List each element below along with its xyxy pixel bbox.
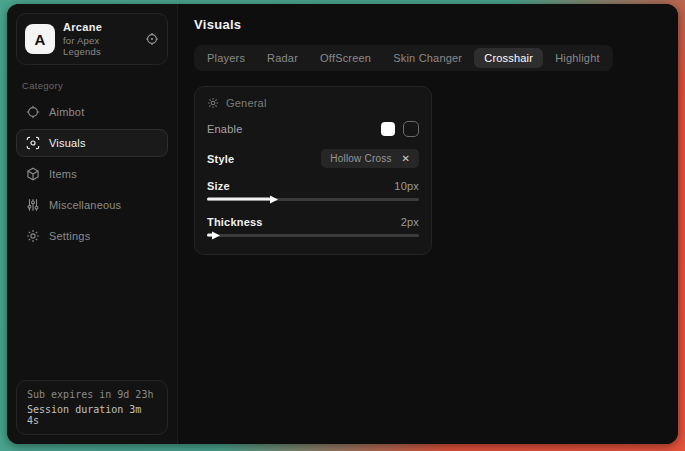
size-slider-fill xyxy=(207,198,271,201)
tab-offscreen[interactable]: OffScreen xyxy=(310,48,381,68)
general-panel: General Enable Style Hollow Cross ✕ Size… xyxy=(194,86,432,255)
enable-row: Enable xyxy=(207,121,419,137)
brand-logo-letter: A xyxy=(35,31,46,48)
thickness-slider[interactable] xyxy=(207,230,419,240)
sidebar-item-miscellaneous[interactable]: Miscellaneous xyxy=(16,191,168,219)
enable-keybind-box[interactable] xyxy=(403,121,419,137)
tab-radar[interactable]: Radar xyxy=(257,48,308,68)
sidebar-item-label: Settings xyxy=(49,230,90,242)
crosshair-icon xyxy=(26,105,40,119)
gear-icon xyxy=(207,97,219,109)
brand-subtitle: for Apex Legends xyxy=(63,35,137,57)
thickness-slider-thumb[interactable] xyxy=(212,231,220,239)
thickness-row: Thickness 2px xyxy=(207,216,419,228)
sub-expires-text: Sub expires in 9d 23h xyxy=(27,389,157,400)
page-title: Visuals xyxy=(194,17,662,32)
tab-bar: Players Radar OffScreen Skin Changer Cro… xyxy=(194,45,613,71)
size-label: Size xyxy=(207,180,230,192)
sidebar-item-items[interactable]: Items xyxy=(16,160,168,188)
size-value: 10px xyxy=(394,180,419,192)
sidebar-item-label: Miscellaneous xyxy=(49,199,121,211)
sidebar-item-settings[interactable]: Settings xyxy=(16,222,168,250)
size-slider-thumb[interactable] xyxy=(270,195,278,203)
thickness-slider-track[interactable] xyxy=(207,234,419,237)
sidebar: A Arcane for Apex Legends Category xyxy=(7,4,178,444)
style-row: Style Hollow Cross ✕ xyxy=(207,149,419,168)
sidebar-item-aimbot[interactable]: Aimbot xyxy=(16,98,168,126)
brand-title: Arcane xyxy=(63,21,137,33)
main-area: Visuals Players Radar OffScreen Skin Cha… xyxy=(178,4,678,444)
size-slider[interactable] xyxy=(207,194,419,204)
tab-highlight[interactable]: Highlight xyxy=(545,48,610,68)
size-slider-row xyxy=(207,194,419,204)
style-label: Style xyxy=(207,153,234,165)
enable-checkbox-checked[interactable] xyxy=(381,122,395,136)
general-panel-title: General xyxy=(226,97,267,109)
cube-icon xyxy=(26,167,40,181)
sidebar-item-visuals[interactable]: Visuals xyxy=(16,129,168,157)
enable-toggles xyxy=(381,121,419,137)
tab-crosshair[interactable]: Crosshair xyxy=(474,48,543,68)
thickness-label: Thickness xyxy=(207,216,263,228)
thickness-slider-fill xyxy=(207,234,213,237)
sidebar-spacer xyxy=(16,250,168,380)
session-duration-text: Session duration 3m 4s xyxy=(27,404,157,426)
style-value: Hollow Cross xyxy=(330,153,391,164)
gear-icon xyxy=(26,229,40,243)
tab-skin-changer[interactable]: Skin Changer xyxy=(383,48,472,68)
eye-scan-icon xyxy=(26,136,40,150)
app-window: A Arcane for Apex Legends Category xyxy=(7,4,678,444)
brand-card: A Arcane for Apex Legends xyxy=(16,13,168,65)
thickness-value: 2px xyxy=(401,216,419,228)
subscription-card: Sub expires in 9d 23h Session duration 3… xyxy=(16,380,168,435)
brand-text: Arcane for Apex Legends xyxy=(63,21,137,57)
size-row: Size 10px xyxy=(207,180,419,192)
thickness-slider-row xyxy=(207,230,419,240)
sidebar-item-label: Visuals xyxy=(49,137,86,149)
sidebar-nav: Aimbot Visuals Items xyxy=(16,98,168,250)
style-select[interactable]: Hollow Cross ✕ xyxy=(321,149,419,168)
remove-icon[interactable]: ✕ xyxy=(402,154,410,164)
general-panel-header: General xyxy=(207,97,419,109)
tab-players[interactable]: Players xyxy=(197,48,255,68)
sliders-icon xyxy=(26,198,40,212)
category-label: Category xyxy=(22,80,162,91)
scope-icon[interactable] xyxy=(145,32,159,46)
brand-logo: A xyxy=(25,24,55,54)
sidebar-item-label: Aimbot xyxy=(49,106,84,118)
sidebar-item-label: Items xyxy=(49,168,77,180)
enable-label: Enable xyxy=(207,123,242,135)
